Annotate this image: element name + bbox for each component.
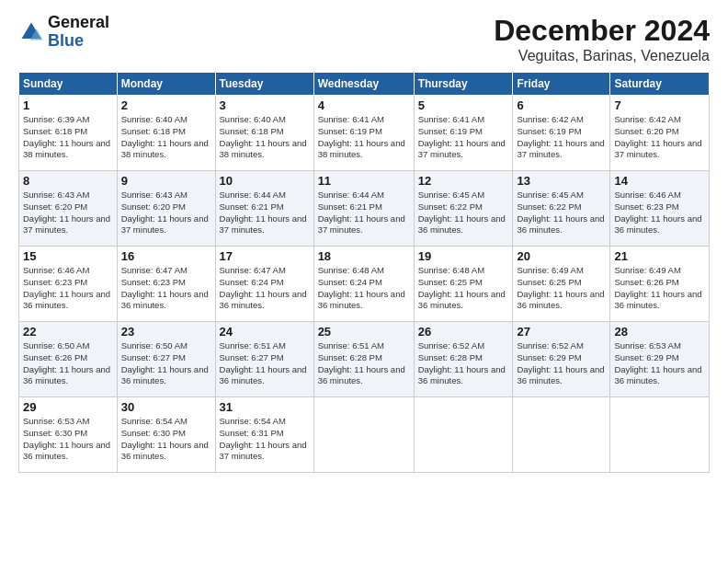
table-row: 4 Sunrise: 6:41 AMSunset: 6:19 PMDayligh… <box>313 96 414 171</box>
calendar-week-row: 1 Sunrise: 6:39 AMSunset: 6:18 PMDayligh… <box>19 96 710 171</box>
table-row: 31 Sunrise: 6:54 AMSunset: 6:31 PMDaylig… <box>215 397 313 473</box>
day-number: 10 <box>220 174 310 188</box>
col-monday: Monday <box>117 73 215 96</box>
day-info: Sunrise: 6:39 AMSunset: 6:18 PMDaylight:… <box>23 114 110 159</box>
day-number: 18 <box>318 249 410 263</box>
col-tuesday: Tuesday <box>215 73 313 96</box>
table-row: 3 Sunrise: 6:40 AMSunset: 6:18 PMDayligh… <box>215 96 313 171</box>
calendar-week-row: 15 Sunrise: 6:46 AMSunset: 6:23 PMDaylig… <box>19 247 710 322</box>
day-info: Sunrise: 6:43 AMSunset: 6:20 PMDaylight:… <box>121 190 209 235</box>
table-row: 13 Sunrise: 6:45 AMSunset: 6:22 PMDaylig… <box>513 171 610 247</box>
day-number: 4 <box>318 98 410 112</box>
location-subtitle: Veguitas, Barinas, Venezuela <box>494 48 710 64</box>
table-row <box>313 397 414 473</box>
table-row: 23 Sunrise: 6:50 AMSunset: 6:27 PMDaylig… <box>117 322 215 397</box>
calendar-week-row: 22 Sunrise: 6:50 AMSunset: 6:26 PMDaylig… <box>19 322 710 397</box>
day-info: Sunrise: 6:42 AMSunset: 6:19 PMDaylight:… <box>517 114 604 159</box>
table-row: 29 Sunrise: 6:53 AMSunset: 6:30 PMDaylig… <box>19 397 118 473</box>
day-info: Sunrise: 6:50 AMSunset: 6:26 PMDaylight:… <box>23 340 110 385</box>
title-block: December 2024 Veguitas, Barinas, Venezue… <box>494 14 710 64</box>
table-row: 18 Sunrise: 6:48 AMSunset: 6:24 PMDaylig… <box>313 247 414 322</box>
day-number: 9 <box>121 174 211 188</box>
day-info: Sunrise: 6:42 AMSunset: 6:20 PMDaylight:… <box>614 114 701 159</box>
day-info: Sunrise: 6:41 AMSunset: 6:19 PMDaylight:… <box>418 114 506 159</box>
month-title: December 2024 <box>494 14 710 48</box>
day-number: 3 <box>220 98 310 112</box>
table-row: 27 Sunrise: 6:52 AMSunset: 6:29 PMDaylig… <box>513 322 610 397</box>
day-info: Sunrise: 6:52 AMSunset: 6:29 PMDaylight:… <box>517 340 604 385</box>
day-info: Sunrise: 6:41 AMSunset: 6:19 PMDaylight:… <box>318 114 405 159</box>
day-info: Sunrise: 6:44 AMSunset: 6:21 PMDaylight:… <box>318 190 405 235</box>
day-info: Sunrise: 6:50 AMSunset: 6:27 PMDaylight:… <box>121 340 209 385</box>
table-row: 5 Sunrise: 6:41 AMSunset: 6:19 PMDayligh… <box>414 96 513 171</box>
table-row: 22 Sunrise: 6:50 AMSunset: 6:26 PMDaylig… <box>19 322 118 397</box>
day-number: 23 <box>121 325 211 339</box>
day-number: 1 <box>23 98 113 112</box>
day-info: Sunrise: 6:45 AMSunset: 6:22 PMDaylight:… <box>418 190 506 235</box>
logo-icon <box>18 19 44 45</box>
day-number: 12 <box>418 174 509 188</box>
table-row: 20 Sunrise: 6:49 AMSunset: 6:25 PMDaylig… <box>513 247 610 322</box>
col-friday: Friday <box>513 73 610 96</box>
table-row: 21 Sunrise: 6:49 AMSunset: 6:26 PMDaylig… <box>610 247 710 322</box>
day-number: 14 <box>614 174 705 188</box>
table-row: 30 Sunrise: 6:54 AMSunset: 6:30 PMDaylig… <box>117 397 215 473</box>
day-info: Sunrise: 6:44 AMSunset: 6:21 PMDaylight:… <box>220 190 307 235</box>
table-row: 24 Sunrise: 6:51 AMSunset: 6:27 PMDaylig… <box>215 322 313 397</box>
day-info: Sunrise: 6:45 AMSunset: 6:22 PMDaylight:… <box>517 190 604 235</box>
day-info: Sunrise: 6:40 AMSunset: 6:18 PMDaylight:… <box>121 114 209 159</box>
table-row: 12 Sunrise: 6:45 AMSunset: 6:22 PMDaylig… <box>414 171 513 247</box>
day-info: Sunrise: 6:53 AMSunset: 6:30 PMDaylight:… <box>23 416 110 461</box>
day-info: Sunrise: 6:53 AMSunset: 6:29 PMDaylight:… <box>614 340 701 385</box>
day-number: 15 <box>23 249 113 263</box>
day-number: 31 <box>220 400 310 414</box>
day-info: Sunrise: 6:54 AMSunset: 6:30 PMDaylight:… <box>121 416 209 461</box>
day-info: Sunrise: 6:51 AMSunset: 6:28 PMDaylight:… <box>318 340 405 385</box>
calendar-week-row: 8 Sunrise: 6:43 AMSunset: 6:20 PMDayligh… <box>19 171 710 247</box>
table-row: 26 Sunrise: 6:52 AMSunset: 6:28 PMDaylig… <box>414 322 513 397</box>
day-info: Sunrise: 6:51 AMSunset: 6:27 PMDaylight:… <box>220 340 307 385</box>
day-number: 5 <box>418 98 509 112</box>
day-number: 17 <box>220 249 310 263</box>
day-info: Sunrise: 6:46 AMSunset: 6:23 PMDaylight:… <box>614 190 701 235</box>
calendar-table: Sunday Monday Tuesday Wednesday Thursday… <box>18 72 710 473</box>
day-number: 20 <box>517 249 606 263</box>
table-row: 28 Sunrise: 6:53 AMSunset: 6:29 PMDaylig… <box>610 322 710 397</box>
day-info: Sunrise: 6:48 AMSunset: 6:25 PMDaylight:… <box>418 265 506 310</box>
table-row <box>610 397 710 473</box>
table-row: 9 Sunrise: 6:43 AMSunset: 6:20 PMDayligh… <box>117 171 215 247</box>
calendar-header-row: Sunday Monday Tuesday Wednesday Thursday… <box>19 73 710 96</box>
day-info: Sunrise: 6:48 AMSunset: 6:24 PMDaylight:… <box>318 265 405 310</box>
calendar-week-row: 29 Sunrise: 6:53 AMSunset: 6:30 PMDaylig… <box>19 397 710 473</box>
day-number: 27 <box>517 325 606 339</box>
day-number: 28 <box>614 325 705 339</box>
day-number: 29 <box>23 400 113 414</box>
table-row: 1 Sunrise: 6:39 AMSunset: 6:18 PMDayligh… <box>19 96 118 171</box>
day-number: 2 <box>121 98 211 112</box>
day-info: Sunrise: 6:43 AMSunset: 6:20 PMDaylight:… <box>23 190 110 235</box>
day-info: Sunrise: 6:54 AMSunset: 6:31 PMDaylight:… <box>220 416 307 461</box>
table-row: 15 Sunrise: 6:46 AMSunset: 6:23 PMDaylig… <box>19 247 118 322</box>
col-wednesday: Wednesday <box>313 73 414 96</box>
table-row: 25 Sunrise: 6:51 AMSunset: 6:28 PMDaylig… <box>313 322 414 397</box>
day-number: 25 <box>318 325 410 339</box>
table-row: 6 Sunrise: 6:42 AMSunset: 6:19 PMDayligh… <box>513 96 610 171</box>
table-row: 11 Sunrise: 6:44 AMSunset: 6:21 PMDaylig… <box>313 171 414 247</box>
day-number: 13 <box>517 174 606 188</box>
page: General Blue December 2024 Veguitas, Bar… <box>0 0 728 563</box>
col-saturday: Saturday <box>610 73 710 96</box>
day-info: Sunrise: 6:47 AMSunset: 6:23 PMDaylight:… <box>121 265 209 310</box>
day-info: Sunrise: 6:49 AMSunset: 6:25 PMDaylight:… <box>517 265 604 310</box>
table-row <box>414 397 513 473</box>
day-number: 26 <box>418 325 509 339</box>
day-number: 21 <box>614 249 705 263</box>
day-number: 24 <box>220 325 310 339</box>
table-row: 2 Sunrise: 6:40 AMSunset: 6:18 PMDayligh… <box>117 96 215 171</box>
day-number: 7 <box>614 98 705 112</box>
day-number: 19 <box>418 249 509 263</box>
day-number: 11 <box>318 174 410 188</box>
col-thursday: Thursday <box>414 73 513 96</box>
day-info: Sunrise: 6:40 AMSunset: 6:18 PMDaylight:… <box>220 114 307 159</box>
table-row: 19 Sunrise: 6:48 AMSunset: 6:25 PMDaylig… <box>414 247 513 322</box>
day-number: 6 <box>517 98 606 112</box>
